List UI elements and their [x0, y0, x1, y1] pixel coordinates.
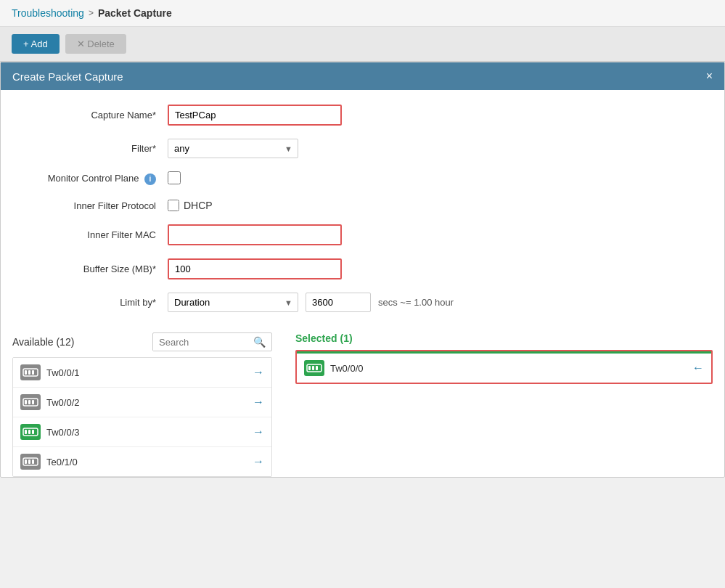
buffer-size-row: Buffer Size (MB)* — [22, 258, 703, 279]
arrow-right-icon: → — [253, 366, 264, 379]
interface-icon — [20, 394, 41, 410]
delete-button[interactable]: ✕ Delete — [65, 34, 126, 54]
svg-rect-10 — [28, 430, 30, 434]
create-packet-capture-dialog: Create Packet Capture × Capture Name* Fi… — [0, 62, 725, 478]
selected-item[interactable]: Tw0/0/0 ← — [297, 354, 711, 383]
capture-name-input[interactable] — [168, 105, 342, 126]
action-bar: + Add ✕ Delete — [0, 27, 725, 62]
interface-name: Tw0/0/2 — [46, 397, 253, 408]
search-icon: 🔍 — [253, 336, 266, 348]
filter-select-wrapper: any custom ▼ — [168, 139, 298, 158]
inner-filter-mac-label: Inner Filter MAC — [22, 229, 168, 240]
monitor-control-plane-row: Monitor Control Plane i — [22, 171, 703, 187]
breadcrumb-parent[interactable]: Troubleshooting — [12, 7, 84, 19]
limit-by-control: Duration Size ▼ secs ~= 1.00 hour — [168, 293, 703, 312]
selected-panel-header: Selected (1) — [295, 332, 713, 344]
buffer-size-control — [168, 258, 703, 279]
interface-icon — [304, 360, 324, 376]
arrow-right-icon: → — [253, 425, 264, 438]
available-panel: Available (12) 🔍 — [1, 325, 284, 477]
limit-by-select[interactable]: Duration Size — [168, 293, 298, 312]
interface-name: Tw0/0/3 — [46, 427, 253, 438]
limit-row: Duration Size ▼ secs ~= 1.00 hour — [168, 293, 703, 312]
available-panel-header: Available (12) 🔍 — [12, 332, 272, 351]
svg-rect-19 — [316, 366, 318, 370]
svg-rect-2 — [28, 370, 30, 375]
available-panel-title: Available (12) — [12, 336, 74, 348]
dialog-close-button[interactable]: × — [706, 70, 713, 83]
buffer-size-input[interactable] — [168, 258, 342, 279]
limit-by-label: Limit by* — [22, 297, 168, 308]
interface-name: Tw0/0/1 — [46, 367, 253, 378]
svg-rect-7 — [32, 400, 34, 404]
list-item[interactable]: Tw0/0/1 → — [13, 358, 271, 388]
interface-name: Te0/1/0 — [46, 457, 253, 467]
svg-rect-18 — [312, 366, 314, 370]
buffer-size-label: Buffer Size (MB)* — [22, 264, 168, 274]
monitor-info-icon: i — [144, 173, 156, 185]
capture-name-row: Capture Name* — [22, 105, 703, 126]
capture-name-control — [168, 105, 703, 126]
filter-row: Filter* any custom ▼ — [22, 139, 703, 158]
dialog-header: Create Packet Capture × — [1, 62, 724, 90]
breadcrumb-separator: > — [89, 8, 94, 18]
arrow-left-icon: ← — [692, 362, 704, 375]
filter-label: Filter* — [22, 143, 168, 154]
dialog-body: Capture Name* Filter* any custom ▼ M — [1, 90, 724, 312]
filter-control: any custom ▼ — [168, 139, 703, 158]
capture-name-label: Capture Name* — [22, 110, 168, 121]
svg-rect-1 — [25, 370, 27, 375]
duration-hint: secs ~= 1.00 hour — [378, 297, 454, 308]
arrow-right-icon: → — [253, 455, 264, 468]
interface-icon — [20, 454, 41, 470]
transfer-section: Available (12) 🔍 — [1, 325, 724, 477]
selected-panel: Selected (1) Tw0/0/0 ← — [284, 325, 724, 477]
dhcp-checkbox[interactable] — [168, 200, 179, 211]
duration-input[interactable] — [306, 293, 371, 312]
svg-rect-11 — [32, 430, 34, 434]
dhcp-label: DHCP — [184, 200, 213, 211]
breadcrumb-bar: Troubleshooting > Packet Capture — [0, 0, 725, 27]
inner-filter-protocol-control: DHCP — [168, 200, 703, 211]
list-item[interactable]: Tw0/0/2 → — [13, 388, 271, 417]
available-interface-list: Tw0/0/1 → Tw0/0/2 → — [12, 357, 272, 477]
breadcrumb-current: Packet Capture — [98, 7, 172, 19]
svg-rect-17 — [308, 366, 311, 370]
svg-rect-5 — [25, 400, 27, 404]
protocol-row: DHCP — [168, 200, 703, 211]
list-item[interactable]: Te0/1/0 → — [13, 447, 271, 476]
svg-rect-13 — [25, 460, 27, 464]
arrow-right-icon: → — [253, 396, 264, 409]
selected-item-box: Tw0/0/0 ← — [295, 350, 713, 384]
inner-filter-protocol-row: Inner Filter Protocol DHCP — [22, 200, 703, 211]
monitor-control-plane-control — [168, 171, 703, 187]
inner-filter-mac-row: Inner Filter MAC — [22, 224, 703, 245]
filter-select[interactable]: any custom — [168, 139, 298, 158]
selected-panel-title: Selected (1) — [295, 332, 353, 344]
list-item[interactable]: Tw0/0/3 → — [13, 417, 271, 447]
dialog-title: Create Packet Capture — [12, 70, 123, 83]
svg-rect-15 — [32, 460, 34, 464]
limit-by-row: Limit by* Duration Size ▼ secs ~= 1.00 h… — [22, 293, 703, 312]
monitor-control-plane-checkbox[interactable] — [168, 171, 181, 184]
svg-rect-6 — [28, 400, 30, 404]
inner-filter-mac-input[interactable] — [168, 224, 342, 245]
svg-rect-9 — [25, 430, 27, 434]
svg-rect-14 — [28, 460, 30, 464]
search-input[interactable] — [153, 334, 247, 351]
add-button[interactable]: + Add — [12, 34, 60, 54]
limit-by-select-wrapper: Duration Size ▼ — [168, 293, 298, 312]
interface-icon — [20, 424, 41, 440]
search-box: 🔍 — [152, 332, 272, 351]
inner-filter-mac-control — [168, 224, 703, 245]
inner-filter-protocol-label: Inner Filter Protocol — [22, 200, 168, 211]
search-button[interactable]: 🔍 — [247, 333, 271, 351]
monitor-control-plane-label: Monitor Control Plane i — [22, 173, 168, 185]
svg-rect-3 — [32, 370, 34, 375]
interface-icon — [20, 364, 41, 380]
selected-interface-name: Tw0/0/0 — [330, 363, 692, 374]
